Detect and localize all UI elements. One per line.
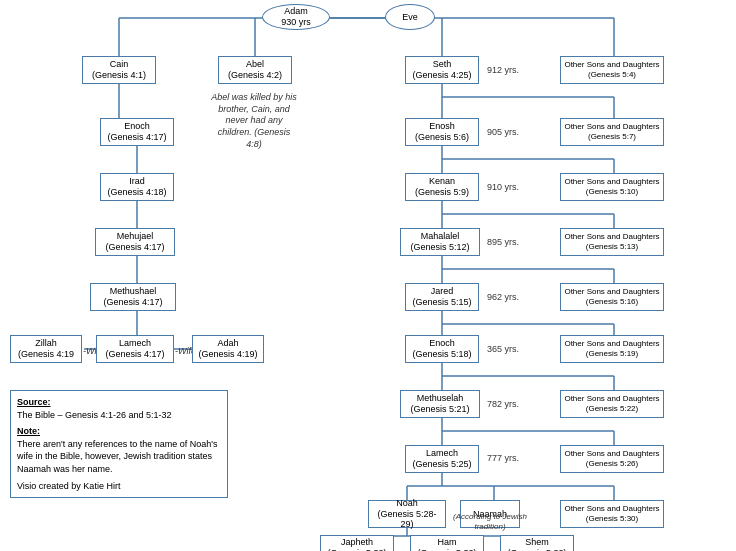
seth-node: Seth (Genesis 4:25) — [405, 56, 479, 84]
other-sons-8-node: Other Sons and Daughters (Genesis 5:26) — [560, 445, 664, 473]
cain-node: Cain (Genesis 4:1) — [82, 56, 156, 84]
naamah-note: (According to Jewish tradition) — [453, 512, 527, 533]
ham-node: Ham (Genesis 5:32) — [410, 535, 484, 551]
lamech-seth-node: Lamech (Genesis 5:25) — [405, 445, 479, 473]
other-sons-4-node: Other Sons and Daughters (Genesis 5:13) — [560, 228, 664, 256]
eve-node: Eve — [385, 4, 435, 30]
methuselah-age: 782 yrs. — [487, 399, 519, 409]
enosh-node: Enosh (Genesis 5:6) — [405, 118, 479, 146]
kenan-node: Kenan (Genesis 5:9) — [405, 173, 479, 201]
source-text: The Bible – Genesis 4:1-26 and 5:1-32 — [17, 409, 221, 422]
zillah-node: Zillah (Genesis 4:19 — [10, 335, 82, 363]
jared-node: Jared (Genesis 5:15) — [405, 283, 479, 311]
jared-age: 962 yrs. — [487, 292, 519, 302]
abel-node: Abel (Genesis 4:2) — [218, 56, 292, 84]
lamech-cain-node: Lamech (Genesis 4:17) — [96, 335, 174, 363]
noah-node: Noah (Genesis 5:28-29) — [368, 500, 446, 528]
other-sons-1-node: Other Sons and Daughters (Genesis 5:4) — [560, 56, 664, 84]
note-text: There aren't any references to the name … — [17, 438, 221, 476]
adam-node: Adam 930 yrs — [262, 4, 330, 30]
mahalalel-node: Mahalalel (Genesis 5:12) — [400, 228, 480, 256]
other-sons-2-node: Other Sons and Daughters (Genesis 5:7) — [560, 118, 664, 146]
enoch-seth-node: Enoch (Genesis 5:18) — [405, 335, 479, 363]
enoch-cain-node: Enoch (Genesis 4:17) — [100, 118, 174, 146]
family-tree-chart: Adam 930 yrs Eve Cain (Genesis 4:1) Abel… — [0, 0, 736, 551]
mahalalel-age: 895 yrs. — [487, 237, 519, 247]
methushael-node: Methushael (Genesis 4:17) — [90, 283, 176, 311]
source-box: Source: The Bible – Genesis 4:1-26 and 5… — [10, 390, 228, 498]
creator-text: Visio created by Katie Hirt — [17, 480, 221, 493]
abel-note: Abel was killed by his brother, Cain, an… — [210, 92, 298, 150]
other-sons-7-node: Other Sons and Daughters (Genesis 5:22) — [560, 390, 664, 418]
shem-node: Shem (Genesis 5:32) — [500, 535, 574, 551]
other-sons-9-node: Other Sons and Daughters (Genesis 5:30) — [560, 500, 664, 528]
other-sons-6-node: Other Sons and Daughters (Genesis 5:19) — [560, 335, 664, 363]
irad-node: Irad (Genesis 4:18) — [100, 173, 174, 201]
seth-age: 912 yrs. — [487, 65, 519, 75]
kenan-age: 910 yrs. — [487, 182, 519, 192]
note-title: Note: — [17, 425, 221, 438]
source-title: Source: — [17, 396, 221, 409]
other-sons-3-node: Other Sons and Daughters (Genesis 5:10) — [560, 173, 664, 201]
other-sons-5-node: Other Sons and Daughters (Genesis 5:16) — [560, 283, 664, 311]
japheth-node: Japheth (Genesis 5:32) — [320, 535, 394, 551]
enoch-seth-age: 365 yrs. — [487, 344, 519, 354]
enosh-age: 905 yrs. — [487, 127, 519, 137]
lamech-seth-age: 777 yrs. — [487, 453, 519, 463]
adah-node: Adah (Genesis 4:19) — [192, 335, 264, 363]
mehujael-node: Mehujael (Genesis 4:17) — [95, 228, 175, 256]
methuselah-node: Methuselah (Genesis 5:21) — [400, 390, 480, 418]
